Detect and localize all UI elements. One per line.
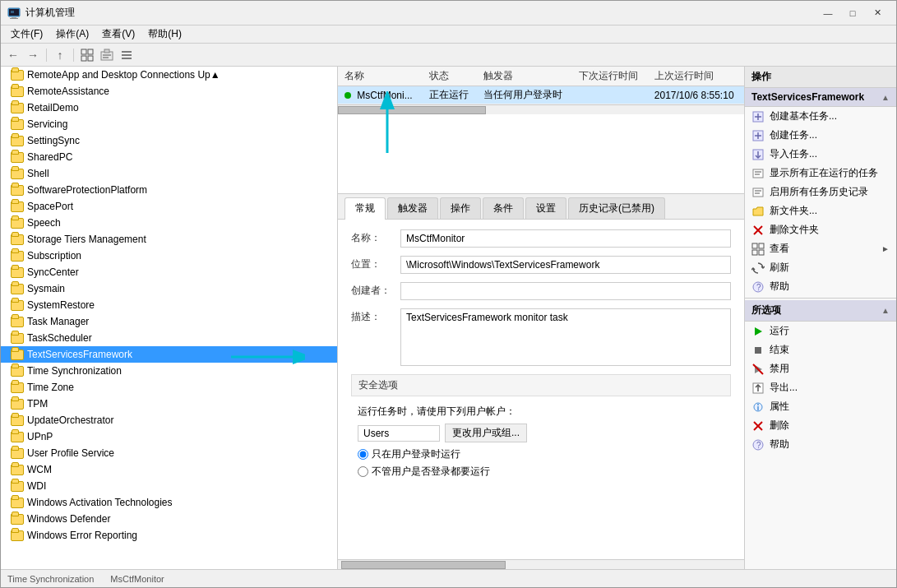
col-name[interactable]: 名称 <box>338 67 423 86</box>
tab-history[interactable]: 历史记录(已禁用) <box>568 197 665 219</box>
tree-item-spaceport[interactable]: SpacePort <box>1 198 337 215</box>
action-view[interactable]: 查看 ► <box>745 239 896 258</box>
forward-button[interactable]: → <box>24 46 42 64</box>
tree-item-windowsactivation[interactable]: Windows Activation Technologies <box>1 494 337 511</box>
tree-item-shell[interactable]: Shell <box>1 165 337 182</box>
end-icon <box>751 344 765 357</box>
action-delete[interactable]: 删除 <box>745 416 896 435</box>
action-run[interactable]: 运行 <box>745 322 896 340</box>
folder-icon <box>11 530 24 541</box>
tree-item-synccenter[interactable]: SyncCenter <box>1 264 337 280</box>
tree-item-speech[interactable]: Speech <box>1 215 337 231</box>
tree-item-userprofileservice[interactable]: User Profile Service <box>1 445 337 461</box>
task-name-cell: MsCtfMoni... <box>338 86 423 104</box>
tree-item-taskscheduler[interactable]: TaskScheduler <box>1 330 337 346</box>
folder-icon <box>11 70 24 81</box>
tree-item-sharedpc[interactable]: SharedPC <box>1 149 337 165</box>
action-export[interactable]: 导出... <box>745 378 896 397</box>
tree-item-textservicesframework[interactable]: TextServicesFramework <box>1 346 337 363</box>
svg-rect-34 <box>752 243 757 248</box>
minimize-button[interactable]: — <box>816 5 840 21</box>
action-new-folder[interactable]: 新文件夹... <box>745 201 896 220</box>
up-button[interactable]: ↑ <box>51 46 69 64</box>
tab-triggers[interactable]: 触发器 <box>387 197 438 219</box>
run-user-value[interactable]: Users <box>358 425 440 442</box>
action-create-task[interactable]: 创建任务... <box>745 126 896 145</box>
name-value[interactable]: MsCtfMonitor <box>400 229 731 248</box>
tree-item-tpm[interactable]: TPM <box>1 396 337 412</box>
action-delete-folder[interactable]: 删除文件夹 <box>745 220 896 239</box>
show-hide-button[interactable] <box>78 46 96 64</box>
col-trigger[interactable]: 触发器 <box>477 67 572 86</box>
menu-view[interactable]: 查看(V) <box>95 25 141 43</box>
action-help[interactable]: ? 帮助 <box>745 435 896 454</box>
maximize-button[interactable]: □ <box>840 5 865 21</box>
tree-item-timezone[interactable]: Time Zone <box>1 379 337 396</box>
tab-conditions[interactable]: 条件 <box>483 197 524 219</box>
tree-item-remoteapp[interactable]: RemoteApp and Desktop Connections Up▲ <box>1 67 337 83</box>
tree-item-settingsync[interactable]: SettingSync <box>1 132 337 149</box>
run-user-row: Users 更改用户或组... <box>351 420 731 446</box>
tab-actions[interactable]: 操作 <box>440 197 481 219</box>
folder-icon <box>11 136 24 146</box>
radio-login-only-input[interactable] <box>358 449 368 460</box>
action-help-tsf[interactable]: ? 帮助 <box>745 277 896 296</box>
tree-item-softwareprotection[interactable]: SoftwareProtectionPlatform <box>1 182 337 198</box>
action-create-basic[interactable]: 创建基本任务... <box>745 107 896 126</box>
tab-settings[interactable]: 设置 <box>525 197 566 219</box>
app-icon <box>7 7 21 20</box>
tree-item-taskmanager[interactable]: Task Manager <box>1 313 337 330</box>
folder-icon <box>11 201 24 212</box>
menu-help[interactable]: 帮助(H) <box>141 25 188 43</box>
action-end[interactable]: 结束 <box>745 340 896 359</box>
tree-item-servicing[interactable]: Servicing <box>1 116 337 132</box>
collapse-arrow[interactable]: ▲ <box>881 93 890 102</box>
tree-item-subscription[interactable]: Subscription <box>1 248 337 264</box>
menu-file[interactable]: 文件(F) <box>4 25 49 43</box>
svg-rect-7 <box>81 56 86 61</box>
name-label: 名称： <box>351 229 400 245</box>
tree-item-storagetiersmanagement[interactable]: Storage Tiers Management <box>1 231 337 248</box>
change-user-button[interactable]: 更改用户或组... <box>445 424 527 442</box>
folder-icon <box>11 432 24 442</box>
creator-value[interactable] <box>400 282 731 300</box>
action-disable[interactable]: 禁用 <box>745 359 896 378</box>
properties-button[interactable] <box>98 46 116 64</box>
tree-item-timesync[interactable]: Time Synchronization <box>1 363 337 379</box>
tree-item-remoteassistance[interactable]: RemoteAssistance <box>1 83 337 100</box>
tree-item-systemrestore[interactable]: SystemRestore <box>1 297 337 313</box>
menu-action[interactable]: 操作(A) <box>49 25 95 43</box>
desc-value[interactable]: TextServicesFramework monitor task <box>400 308 731 366</box>
tabs-row: 常规 触发器 操作 条件 设置 历史记录(已禁用) <box>338 194 744 220</box>
tree-item-updateorchestrator[interactable]: UpdateOrchestrator <box>1 412 337 428</box>
horizontal-scrollbar[interactable] <box>338 104 744 114</box>
action-refresh[interactable]: 刷新 <box>745 258 896 277</box>
col-next-run[interactable]: 下次运行时间 <box>572 67 647 86</box>
tab-general[interactable]: 常规 <box>344 197 386 220</box>
back-button[interactable]: ← <box>4 46 22 64</box>
disable-icon <box>751 363 765 376</box>
table-row[interactable]: MsCtfMoni... 正在运行 当任何用户登录时 2017/10/6 8:5… <box>338 86 744 104</box>
list-button[interactable] <box>118 46 136 64</box>
action-properties[interactable]: 属性 <box>745 397 896 416</box>
tree-item-wdi[interactable]: WDI <box>1 478 337 494</box>
tree-item-retaildemo[interactable]: RetailDemo <box>1 100 337 116</box>
task-last-run-cell: 2017/10/6 8:55:10 <box>648 86 744 104</box>
tree-item-wcm[interactable]: WCM <box>1 461 337 478</box>
close-button[interactable]: ✕ <box>865 5 890 21</box>
radio-always-run-input[interactable] <box>358 466 368 477</box>
col-status[interactable]: 状态 <box>423 67 477 86</box>
col-last-run[interactable]: 上次运行时间 <box>648 67 744 86</box>
right-panel: 名称 状态 触发器 下次运行时间 上次运行时间 MsCtfMoni... <box>338 67 744 569</box>
action-show-running[interactable]: 显示所有正在运行的任务 <box>745 164 896 183</box>
bottom-scrollbar[interactable] <box>338 559 744 569</box>
location-value[interactable]: \Microsoft\Windows\TextServicesFramework <box>400 256 731 274</box>
tree-item-upnp[interactable]: UPnP <box>1 428 337 445</box>
folder-icon <box>11 333 24 344</box>
tree-item-windowserrorreporting[interactable]: Windows Error Reporting <box>1 527 337 544</box>
action-enable-history[interactable]: 启用所有任务历史记录 <box>745 183 896 201</box>
tree-item-sysmain[interactable]: Sysmain <box>1 280 337 297</box>
action-import[interactable]: 导入任务... <box>745 145 896 164</box>
tree-item-windowsdefender[interactable]: Windows Defender <box>1 511 337 527</box>
collapse-arrow-selected[interactable]: ▲ <box>881 306 890 315</box>
